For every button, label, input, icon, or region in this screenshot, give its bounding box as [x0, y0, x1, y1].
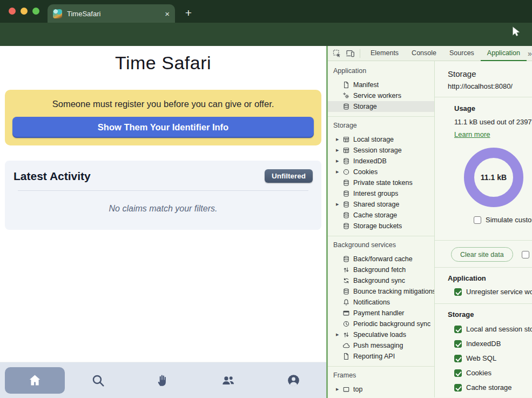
tree-item[interactable]: ▶ Payment handler	[328, 308, 434, 319]
minimize-window-button[interactable]	[21, 8, 28, 15]
checkbox-box[interactable]	[454, 340, 462, 348]
checkbox-box[interactable]	[474, 216, 481, 224]
application-options-section: Application Unregister service workers	[435, 268, 532, 303]
tree-item[interactable]: ▶ Periodic background sync	[328, 319, 434, 329]
checkbox-label: Unregister service workers	[466, 288, 532, 296]
more-tabs-icon[interactable]: »	[528, 49, 532, 58]
expand-arrow-icon[interactable]: ▶	[336, 148, 342, 152]
tree-item[interactable]: ▶ Bounce tracking mitigations	[328, 286, 434, 297]
option-checkbox[interactable]: Unregister service workers	[454, 288, 532, 296]
nav-contacts[interactable]	[196, 362, 261, 398]
device-toolbar-icon[interactable]	[346, 49, 355, 58]
tree-item[interactable]: ▶ Manifest	[328, 79, 434, 90]
option-checkbox[interactable]: Local and session storage	[454, 325, 532, 333]
tree-item[interactable]: ▶ Cookies	[328, 167, 434, 177]
tree-item-label: Manifest	[353, 81, 379, 89]
tree-item-label: Reporting API	[353, 353, 395, 360]
option-checkbox[interactable]: Cookies	[454, 369, 532, 377]
unfiltered-badge[interactable]: Unfiltered	[265, 169, 313, 183]
browser-tab-bar: TimeSafari × +	[0, 0, 532, 23]
usage-text: 11.1 kB used out of 239779	[454, 118, 532, 126]
tree-item[interactable]: ▶ Storage	[328, 101, 434, 112]
close-window-button[interactable]	[9, 8, 16, 15]
tree-item[interactable]: ▶ Cache storage	[328, 210, 434, 221]
option-checkbox[interactable]: Cache storage	[454, 383, 532, 392]
tree-item[interactable]: ▶ Storage buckets	[328, 221, 434, 231]
checkbox-box[interactable]	[454, 288, 462, 296]
alert-text: Someone must register you before you can…	[12, 99, 314, 109]
back-forward-cache-icon	[342, 255, 350, 263]
section-frames: Frames ▶ top	[328, 366, 434, 397]
tree-item-label: Periodic background sync	[353, 320, 430, 328]
nav-offers[interactable]	[131, 362, 196, 398]
new-tab-button[interactable]: +	[180, 5, 197, 21]
tree-item[interactable]: ▶ IndexedDB	[328, 156, 434, 167]
tree-item-label: Cache storage	[353, 211, 397, 219]
section-background-services: Background services ▶ Back/forward cache…	[328, 236, 434, 366]
checkbox-box[interactable]	[454, 326, 462, 333]
inspect-element-icon[interactable]	[332, 49, 341, 58]
tree-item[interactable]: ▶ Speculative loads	[328, 329, 434, 340]
storage-panel-title: Storage	[448, 69, 532, 79]
section-storage: Storage ▶ Local storage ▶ Sessi	[328, 116, 434, 236]
simulate-quota-checkbox[interactable]: Simulate custom storage quota	[474, 216, 532, 224]
mouse-cursor	[512, 26, 521, 36]
storage-panel: Storage http://localhost:8080/ Usage 11.…	[435, 61, 532, 397]
third-party-cookies-checkbox[interactable]: including third-party cookies	[522, 250, 532, 258]
latest-activity-card: Latest Activity Unfiltered No claims mat…	[5, 161, 321, 230]
devtools-tab[interactable]: Elements	[364, 46, 405, 61]
activity-title: Latest Activity	[14, 170, 91, 183]
nav-profile[interactable]	[261, 362, 326, 398]
tree-item-label: Notifications	[353, 298, 390, 306]
option-checkbox[interactable]: IndexedDB	[454, 340, 532, 348]
tree-item[interactable]: ▶ Local storage	[328, 134, 434, 145]
checkbox-box[interactable]	[454, 384, 462, 392]
search-icon	[91, 373, 105, 388]
expand-arrow-icon[interactable]: ▶	[336, 137, 342, 142]
tree-item[interactable]: ▶ Shared storage	[328, 199, 434, 210]
indexeddb-icon	[342, 157, 350, 165]
devtools-tab[interactable]: Console	[405, 46, 443, 61]
show-identifier-info-button[interactable]: Show Them Your Identifier Info	[12, 117, 314, 138]
expand-arrow-icon[interactable]: ▶	[336, 202, 342, 207]
checkbox-box[interactable]	[454, 369, 462, 377]
tree-item[interactable]: ▶ Notifications	[328, 297, 434, 308]
manifest-icon	[342, 81, 350, 89]
option-checkbox[interactable]: Web SQL	[454, 354, 532, 362]
devtools-tab[interactable]: Sources	[443, 46, 481, 61]
tree-item[interactable]: ▶ Reporting API	[328, 351, 434, 362]
clear-site-data-button[interactable]: Clear site data	[451, 247, 513, 262]
tree-item[interactable]: ▶ top	[328, 384, 434, 395]
session-storage-icon	[342, 147, 350, 154]
nav-home-active-button[interactable]	[5, 367, 65, 394]
tree-item[interactable]: ▶ Service workers	[328, 90, 434, 101]
tree-item[interactable]: ▶ Push messaging	[328, 340, 434, 351]
tree-item[interactable]: ▶ Back/forward cache	[328, 254, 434, 264]
checkbox-box[interactable]	[454, 355, 462, 362]
empty-state-text: No claims match your filters.	[14, 204, 313, 214]
nav-search[interactable]	[65, 362, 131, 398]
devtools-tab[interactable]: Application	[481, 46, 527, 61]
nav-home[interactable]	[0, 362, 65, 398]
tree-item-label: Storage	[353, 103, 377, 110]
browser-tab[interactable]: TimeSafari ×	[48, 4, 175, 23]
learn-more-link[interactable]: Learn more	[454, 130, 490, 138]
expand-arrow-icon[interactable]: ▶	[336, 387, 342, 392]
tree-item[interactable]: ▶ Background fetch	[328, 264, 434, 275]
devtools-panel: Elements Console Sources Application » A…	[326, 46, 532, 398]
expand-arrow-icon[interactable]: ▶	[336, 333, 342, 337]
tab-close-icon[interactable]: ×	[165, 9, 170, 18]
checkbox-label: IndexedDB	[466, 340, 501, 348]
private-state-tokens-icon	[342, 179, 350, 187]
tree-item[interactable]: ▶ Private state tokens	[328, 177, 434, 188]
tree-item[interactable]: ▶ Interest groups	[328, 188, 434, 199]
tree-item[interactable]: ▶ Session storage	[328, 145, 434, 156]
bottom-navigation	[0, 362, 326, 398]
expand-arrow-icon[interactable]: ▶	[336, 159, 342, 163]
tree-item-label: Storage buckets	[353, 222, 402, 230]
checkbox-box[interactable]	[522, 251, 529, 258]
section-heading: Storage	[448, 310, 532, 319]
tree-item[interactable]: ▶ Background sync	[328, 275, 434, 286]
expand-arrow-icon[interactable]: ▶	[336, 170, 342, 174]
maximize-window-button[interactable]	[32, 8, 39, 15]
